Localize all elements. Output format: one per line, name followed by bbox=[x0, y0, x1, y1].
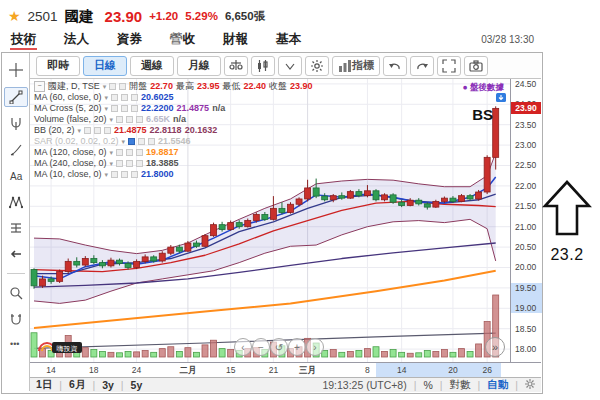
undo-icon[interactable] bbox=[383, 56, 407, 76]
chart-style-icon[interactable] bbox=[251, 56, 275, 76]
axis-settings-gear-icon[interactable] bbox=[525, 379, 535, 391]
crosshair-icon[interactable] bbox=[5, 61, 27, 79]
chart-frame: 即時日線週線月線 指標 Aa••• ● 盤後數據BS‹−↺+›»嗨投資 −國建,… bbox=[1, 52, 543, 394]
candle-body bbox=[288, 204, 294, 212]
legend-mini-button[interactable] bbox=[121, 94, 128, 101]
candle-body bbox=[202, 236, 208, 247]
legend-row: Volume (false, 20)▾6.65Kn/a bbox=[34, 114, 312, 125]
last-price-label: 23.90 bbox=[511, 102, 541, 114]
candle-body bbox=[424, 204, 430, 207]
tab-資券[interactable]: 資券 bbox=[116, 30, 143, 50]
volume-bar bbox=[347, 351, 353, 357]
pitchfork-icon[interactable] bbox=[5, 115, 27, 133]
fullscreen-icon[interactable] bbox=[437, 56, 461, 76]
trend-line-icon[interactable] bbox=[4, 87, 28, 107]
brush-icon[interactable] bbox=[5, 141, 27, 159]
tab-營收[interactable]: 營收 bbox=[169, 30, 196, 50]
candle-body bbox=[339, 196, 345, 198]
legend-mini-button[interactable] bbox=[126, 116, 133, 123]
indicators-button[interactable]: 指標 bbox=[332, 56, 380, 76]
legend-mini-button[interactable] bbox=[136, 160, 143, 167]
interval-button-週線[interactable]: 週線 bbox=[130, 56, 174, 76]
indicator-name: BB (20, 2) bbox=[34, 125, 75, 136]
legend-mini-button[interactable] bbox=[116, 160, 123, 167]
candle-body bbox=[416, 200, 422, 204]
compare-icon[interactable] bbox=[224, 56, 248, 76]
tab-財報[interactable]: 財報 bbox=[222, 30, 249, 50]
indicator-value: 19.8817 bbox=[146, 147, 179, 158]
percent-scale-button[interactable]: % bbox=[423, 379, 432, 391]
legend-mini-button[interactable] bbox=[131, 94, 138, 101]
scroll-to-latest-glyph: » bbox=[492, 341, 498, 353]
price-axis-label: 18.50 bbox=[515, 324, 536, 334]
settings-icon[interactable] bbox=[305, 56, 329, 76]
price-axis[interactable]: 24.5024.0023.5023.0022.5022.0021.5021.00… bbox=[510, 79, 542, 362]
tab-基本[interactable]: 基本 bbox=[275, 30, 302, 50]
legend-mini-button[interactable] bbox=[111, 94, 118, 101]
candle-body bbox=[82, 259, 88, 266]
legend-mini-button[interactable] bbox=[104, 127, 111, 134]
ohlc-label: 最高 bbox=[176, 81, 194, 92]
separator: | bbox=[92, 379, 95, 391]
range-button-3y[interactable]: 3y bbox=[102, 379, 114, 391]
style-dropdown-icon[interactable] bbox=[278, 56, 302, 76]
volume-bar bbox=[168, 347, 174, 357]
text-icon[interactable]: Aa bbox=[5, 167, 27, 185]
legend-mini-button[interactable] bbox=[148, 138, 155, 145]
log-scale-button[interactable]: 對數 bbox=[450, 378, 471, 392]
tab-技術[interactable]: 技術 bbox=[10, 30, 37, 50]
chevron-down-icon: ▾ bbox=[105, 92, 109, 103]
volume-bar bbox=[142, 350, 148, 357]
legend-mini-button[interactable] bbox=[116, 149, 123, 156]
auto-scale-button[interactable]: 自動 bbox=[487, 378, 508, 392]
interval-button-日線[interactable]: 日線 bbox=[83, 56, 127, 76]
more-icon[interactable]: ••• bbox=[5, 336, 27, 354]
stock-header: ★ 2501 國建 23.90 +1.20 5.29% 6,650張 bbox=[8, 5, 265, 27]
forecast-icon[interactable] bbox=[5, 219, 27, 237]
legend-mini-button[interactable] bbox=[128, 138, 135, 145]
candle-body bbox=[117, 260, 123, 263]
legend-mini-button[interactable] bbox=[116, 116, 123, 123]
volume-bar bbox=[125, 351, 131, 357]
volume-bar bbox=[228, 350, 234, 357]
legend-mini-button[interactable] bbox=[94, 127, 101, 134]
interval-button-即時[interactable]: 即時 bbox=[36, 56, 80, 76]
range-button-5y[interactable]: 5y bbox=[131, 379, 143, 391]
candle-body bbox=[65, 261, 71, 271]
legend-mini-button[interactable] bbox=[111, 105, 118, 112]
range-button-6月[interactable]: 6月 bbox=[69, 378, 85, 392]
candle-body bbox=[134, 261, 140, 267]
volume-bar bbox=[82, 348, 88, 357]
legend-mini-button[interactable] bbox=[126, 149, 133, 156]
legend-mini-button[interactable] bbox=[131, 105, 138, 112]
legend-mini-button[interactable] bbox=[136, 116, 143, 123]
legend-mini-button[interactable] bbox=[121, 171, 128, 178]
magnet-icon[interactable] bbox=[5, 310, 27, 328]
range-button-1日[interactable]: 1日 bbox=[36, 378, 52, 392]
legend-mini-button[interactable] bbox=[111, 171, 118, 178]
after-hours-label[interactable]: ● 盤後數據 bbox=[463, 82, 505, 92]
xabcd-pattern-icon[interactable] bbox=[5, 193, 27, 211]
legend-mini-button[interactable] bbox=[131, 171, 138, 178]
legend-mini-button[interactable] bbox=[119, 83, 126, 90]
indicator-value: 6.65K bbox=[146, 114, 170, 125]
zoom-icon[interactable] bbox=[5, 284, 27, 302]
camera-icon[interactable] bbox=[464, 56, 488, 76]
legend-mini-button[interactable] bbox=[138, 138, 145, 145]
legend-mini-button[interactable] bbox=[136, 149, 143, 156]
collapse-icon[interactable]: − bbox=[34, 81, 45, 92]
time-axis-label: 20 bbox=[448, 365, 457, 375]
legend-mini-button[interactable] bbox=[84, 127, 91, 134]
redo-icon[interactable] bbox=[410, 56, 434, 76]
time-axis[interactable]: 141824二月1521三月8142026 bbox=[30, 362, 541, 378]
arrow-left-icon[interactable] bbox=[5, 245, 27, 263]
indicator-value: 20.6025 bbox=[141, 92, 174, 103]
stock-name: 國建 bbox=[65, 7, 94, 26]
favorite-star-icon[interactable]: ★ bbox=[8, 8, 21, 24]
legend-mini-button[interactable] bbox=[121, 105, 128, 112]
candle-body bbox=[330, 196, 336, 200]
legend-mini-button[interactable] bbox=[126, 160, 133, 167]
legend-mini-button[interactable] bbox=[109, 83, 116, 90]
tab-法人[interactable]: 法人 bbox=[63, 30, 90, 50]
interval-button-月線[interactable]: 月線 bbox=[177, 56, 221, 76]
